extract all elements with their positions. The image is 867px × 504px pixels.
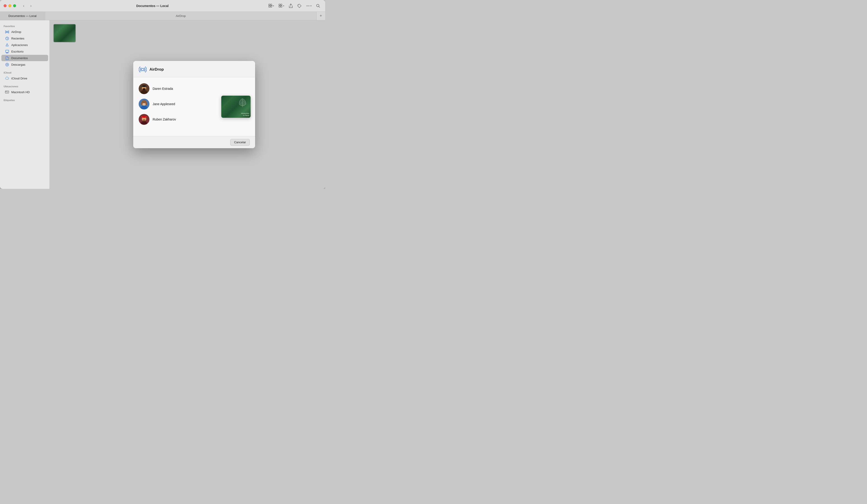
sidebar-section-favoritos: Favoritos [0, 23, 50, 29]
svg-rect-7 [281, 6, 282, 7]
sidebar-item-macintosh-hd[interactable]: Macintosh HD [1, 89, 48, 95]
title-bar: ‹ › Documentos — Local ▾ [0, 0, 325, 12]
clock-icon [5, 36, 9, 40]
close-button[interactable] [3, 4, 7, 7]
tag-icon [297, 4, 301, 8]
svg-point-42 [143, 119, 146, 121]
minimize-button[interactable] [8, 4, 11, 7]
svg-rect-2 [269, 6, 270, 7]
svg-point-8 [298, 4, 299, 5]
tag-button[interactable] [296, 3, 303, 9]
svg-rect-3 [270, 6, 272, 7]
sidebar-recientes-label: Recientes [11, 37, 24, 40]
nav-buttons: ‹ › [21, 3, 34, 9]
sidebar-aplicaciones-label: Aplicaciones [11, 43, 28, 47]
back-icon: ‹ [23, 4, 24, 8]
file-preview-inner: Introduction to Plants [221, 96, 250, 118]
more-chevron-icon: ▾ [310, 5, 312, 7]
svg-rect-6 [279, 6, 280, 7]
icloud-icon [5, 76, 9, 80]
toolbar-icons: ▾ ▾ [267, 3, 321, 9]
sidebar-item-icloud-drive[interactable]: iCloud Drive [1, 75, 48, 81]
apps-icon [5, 43, 9, 47]
svg-point-11 [309, 6, 310, 6]
finder-window: ‹ › Documentos — Local ▾ [0, 0, 325, 189]
svg-rect-29 [143, 85, 146, 87]
avatar-jane [139, 99, 149, 109]
window-title: Documentos — Local [38, 4, 267, 8]
chevron-down-icon: ▾ [273, 5, 274, 7]
svg-point-9 [307, 6, 307, 6]
view-options-icon [279, 4, 283, 8]
sidebar-airdrop-label: AirDrop [11, 30, 21, 34]
sidebar-macintosh-label: Macintosh HD [11, 90, 30, 94]
file-preview-line2: to Plants [241, 114, 249, 117]
sidebar-section-icloud: iCloud [0, 69, 50, 75]
download-icon [5, 63, 9, 67]
svg-point-35 [141, 102, 143, 105]
sidebar-item-escritorio[interactable]: Escritorio [1, 48, 48, 55]
add-tab-button[interactable]: + [317, 12, 325, 20]
sidebar-escritorio-label: Escritorio [11, 50, 23, 53]
sidebar-icloud-label: iCloud Drive [11, 77, 27, 80]
document-icon [5, 56, 9, 60]
forward-button[interactable]: › [28, 3, 34, 9]
sidebar-item-documentos[interactable]: Documentos [1, 55, 48, 61]
modal-overlay: AirDrop [50, 20, 325, 189]
svg-rect-0 [269, 4, 270, 6]
grid-icon [268, 4, 272, 8]
leaf-illustration [238, 97, 247, 109]
file-preview-area: Introduction to Plants [221, 79, 255, 134]
forward-icon: › [30, 4, 31, 8]
more-button[interactable]: ▾ [304, 3, 313, 9]
back-button[interactable]: ‹ [21, 3, 27, 9]
tab-airdrop-label: AirDrop [176, 14, 185, 18]
maximize-button[interactable] [13, 4, 16, 7]
sidebar-section-ubicaciones: Ubicaciones [0, 83, 50, 89]
airdrop-modal: AirDrop [133, 61, 255, 148]
tab-airdrop[interactable]: AirDrop [45, 12, 317, 20]
sidebar: Favoritos AirDrop [0, 20, 50, 189]
sidebar-item-aplicaciones[interactable]: Aplicaciones [1, 42, 48, 48]
main-content: Favoritos AirDrop [0, 20, 325, 189]
file-preview-line1: Introduction [241, 112, 249, 114]
airdrop-modal-icon [139, 65, 147, 74]
file-preview-card: Introduction to Plants [221, 96, 250, 118]
share-button[interactable] [287, 3, 294, 9]
tab-documentos-label: Documentos — Local [8, 14, 36, 18]
modal-title: AirDrop [149, 67, 164, 72]
search-icon [316, 4, 320, 8]
svg-rect-15 [6, 50, 9, 52]
sidebar-item-airdrop[interactable]: AirDrop [1, 29, 48, 35]
sidebar-item-descargas[interactable]: Descargas [1, 61, 48, 68]
search-button[interactable] [315, 3, 321, 9]
svg-rect-5 [281, 4, 282, 6]
svg-point-13 [6, 31, 8, 32]
sidebar-item-recientes[interactable]: Recientes [1, 35, 48, 42]
airdrop-icon [5, 30, 9, 34]
sidebar-section-etiquetas: Etiquetas [0, 97, 50, 102]
view-button[interactable]: ▾ [267, 3, 276, 9]
svg-point-10 [308, 6, 308, 6]
contact-item-daren[interactable]: Daren Estrada [133, 81, 221, 96]
hd-icon [5, 90, 9, 94]
svg-rect-1 [270, 4, 272, 6]
svg-rect-41 [142, 116, 146, 117]
contact-ruben-name: Ruben Zakharov [153, 118, 176, 121]
contact-item-ruben[interactable]: Ruben Zakharov [133, 112, 221, 127]
add-tab-icon: + [320, 13, 322, 18]
cancel-button[interactable]: Cancelar [230, 139, 250, 145]
modal-body: Daren Estrada [133, 77, 255, 136]
file-preview-text: Introduction to Plants [241, 112, 249, 117]
tab-documentos[interactable]: Documentos — Local [0, 12, 45, 20]
contact-item-jane[interactable]: Jane Appleseed [133, 96, 221, 112]
traffic-lights [3, 4, 16, 7]
content-area: AirDrop [50, 20, 325, 189]
ellipsis-icon [306, 4, 310, 8]
svg-point-36 [146, 102, 147, 105]
avatar-daren [139, 83, 149, 94]
sidebar-descargas-label: Descargas [11, 63, 25, 66]
modal-footer: Cancelar [133, 136, 255, 148]
svg-point-23 [141, 68, 144, 71]
view-options-button[interactable]: ▾ [277, 3, 286, 9]
